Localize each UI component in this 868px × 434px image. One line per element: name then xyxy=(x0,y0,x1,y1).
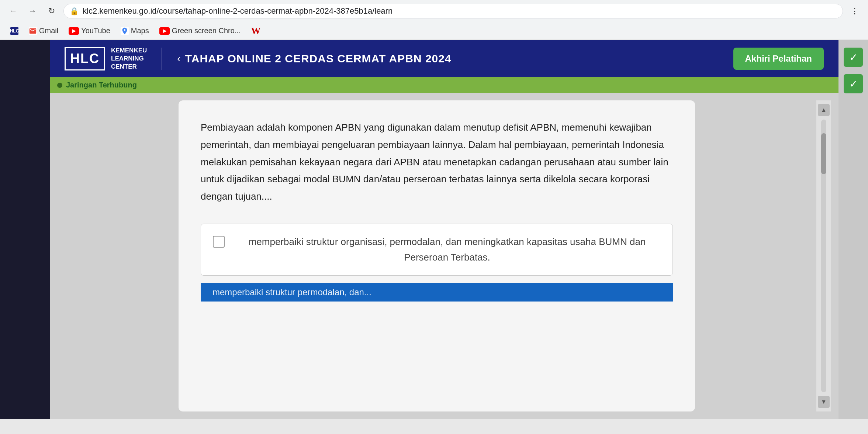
greenscreen-label: Green screen Chro... xyxy=(172,27,241,35)
maps-favicon xyxy=(121,27,129,35)
network-dot xyxy=(57,83,62,88)
bookmark-w[interactable]: W xyxy=(246,23,265,39)
browser-toolbar: ← → ↻ 🔒 klc2.kemenkeu.go.id/course/tahap… xyxy=(0,0,868,22)
hlc-favicon: HLC xyxy=(10,27,18,35)
network-status-text: Jaringan Terhubung xyxy=(66,81,137,89)
check-badge-1: ✓ xyxy=(844,48,863,67)
hlc-text: KEMENKEU LEARNING CENTER xyxy=(111,46,147,71)
back-button[interactable]: ← xyxy=(6,4,21,18)
check-icon-2: ✓ xyxy=(849,78,858,90)
answer-option-b-partial[interactable]: memperbaiki struktur permodalan, dan... xyxy=(201,283,673,302)
gmail-favicon xyxy=(29,27,37,35)
back-chevron-icon[interactable]: ‹ xyxy=(177,53,180,65)
question-card: Pembiayaan adalah komponen APBN yang dig… xyxy=(179,100,695,411)
hlc-line2: LEARNING xyxy=(111,55,147,63)
right-panel: ✓ ✓ xyxy=(838,40,868,419)
bookmark-greenscreen[interactable]: ▶ Green screen Chro... xyxy=(155,24,245,37)
course-wrapper: HLC KEMENKEU LEARNING CENTER ‹ TAHAP ONL… xyxy=(50,40,838,419)
header-divider xyxy=(162,48,162,70)
course-title: ‹ TAHAP ONLINE 2 CERDAS CERMAT APBN 2024 xyxy=(177,52,718,65)
w-favicon: W xyxy=(251,25,260,37)
scrollbar: ▲ ▼ xyxy=(816,100,831,411)
bookmark-maps[interactable]: Maps xyxy=(116,24,153,37)
answer-checkbox-a[interactable] xyxy=(213,236,225,248)
scroll-down-button[interactable]: ▼ xyxy=(818,396,830,408)
hlc-logo: HLC KEMENKEU LEARNING CENTER xyxy=(65,46,147,71)
answer-text-a: memperbaiki struktur organisasi, permoda… xyxy=(234,234,661,265)
left-panel xyxy=(0,40,50,419)
maps-label: Maps xyxy=(131,27,149,35)
scroll-up-icon: ▲ xyxy=(821,107,827,113)
gmail-label: Gmail xyxy=(39,27,58,35)
scroll-down-icon: ▼ xyxy=(821,399,827,405)
check-icon-1: ✓ xyxy=(849,51,858,63)
scroll-thumb[interactable] xyxy=(821,133,826,174)
question-text: Pembiayaan adalah komponen APBN yang dig… xyxy=(201,119,673,205)
scroll-track[interactable] xyxy=(821,120,826,392)
answer-option-a[interactable]: memperbaiki struktur organisasi, permoda… xyxy=(201,224,673,276)
youtube-label: YouTube xyxy=(81,27,110,35)
partial-answer-text: memperbaiki struktur permodalan, dan... xyxy=(212,287,371,297)
hlc-line3: CENTER xyxy=(111,63,147,71)
network-bar: Jaringan Terhubung xyxy=(50,77,838,93)
hlc-line1: KEMENKEU xyxy=(111,46,147,55)
reload-button[interactable]: ↻ xyxy=(44,4,59,18)
address-bar[interactable]: 🔒 klc2.kemenkeu.go.id/course/tahap-onlin… xyxy=(63,4,843,18)
bookmark-hlc[interactable]: HLC xyxy=(6,25,23,37)
content-area: Pembiayaan adalah komponen APBN yang dig… xyxy=(50,93,838,419)
url-text: klc2.kemenkeu.go.id/course/tahap-online-… xyxy=(83,6,837,16)
bookmark-gmail[interactable]: Gmail xyxy=(24,24,63,37)
course-header: HLC KEMENKEU LEARNING CENTER ‹ TAHAP ONL… xyxy=(50,40,838,77)
bookmark-youtube[interactable]: ▶ YouTube xyxy=(64,24,115,37)
bookmarks-bar: HLC Gmail ▶ YouTube Maps ▶ Green screen … xyxy=(0,22,868,40)
lock-icon: 🔒 xyxy=(70,7,79,16)
forward-button[interactable]: → xyxy=(25,4,40,18)
course-title-text: TAHAP ONLINE 2 CERDAS CERMAT APBN 2024 xyxy=(185,52,452,65)
end-training-button[interactable]: Akhiri Pelatihan xyxy=(733,48,824,70)
youtube-favicon: ▶ xyxy=(69,27,79,35)
browser-chrome: ← → ↻ 🔒 klc2.kemenkeu.go.id/course/tahap… xyxy=(0,0,868,40)
hlc-letters: HLC xyxy=(70,51,100,66)
main-wrapper: HLC KEMENKEU LEARNING CENTER ‹ TAHAP ONL… xyxy=(0,40,868,419)
check-badge-2: ✓ xyxy=(844,74,863,93)
greenscreen-favicon: ▶ xyxy=(159,27,170,35)
scroll-up-button[interactable]: ▲ xyxy=(818,104,830,116)
more-options-button[interactable]: ⋮ xyxy=(847,4,862,18)
hlc-logo-box: HLC xyxy=(65,47,105,70)
